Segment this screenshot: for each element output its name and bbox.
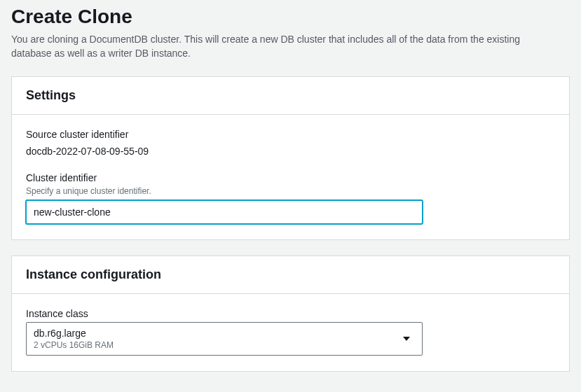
instance-config-panel-header: Instance configuration xyxy=(12,256,569,294)
svg-marker-0 xyxy=(403,337,410,341)
instance-class-field: Instance class db.r6g.large 2 vCPUs 16Gi… xyxy=(26,308,555,356)
page-description: You are cloning a DocumentDB cluster. Th… xyxy=(11,32,558,61)
source-cluster-value: docdb-2022-07-08-09-55-09 xyxy=(26,146,555,157)
instance-config-panel-body: Instance class db.r6g.large 2 vCPUs 16Gi… xyxy=(12,294,569,372)
instance-config-panel: Instance configuration Instance class db… xyxy=(11,255,570,372)
instance-class-value: db.r6g.large xyxy=(34,327,114,340)
instance-class-dropdown-text: db.r6g.large 2 vCPUs 16GiB RAM xyxy=(34,327,114,351)
cluster-identifier-field: Cluster identifier Specify a unique clus… xyxy=(26,172,555,224)
settings-panel-title: Settings xyxy=(26,88,555,103)
settings-panel-header: Settings xyxy=(12,77,569,115)
instance-config-panel-title: Instance configuration xyxy=(26,267,555,282)
settings-panel-body: Source cluster identifier docdb-2022-07-… xyxy=(12,115,569,239)
page-title: Create Clone xyxy=(11,6,570,28)
cluster-identifier-label: Cluster identifier xyxy=(26,172,555,183)
instance-class-sub: 2 vCPUs 16GiB RAM xyxy=(34,340,114,351)
caret-down-icon xyxy=(402,336,411,342)
cluster-identifier-input[interactable] xyxy=(26,200,423,224)
settings-panel: Settings Source cluster identifier docdb… xyxy=(11,76,570,240)
source-cluster-field: Source cluster identifier docdb-2022-07-… xyxy=(26,129,555,157)
instance-class-label: Instance class xyxy=(26,308,555,319)
cluster-identifier-hint: Specify a unique cluster identifier. xyxy=(26,186,555,196)
source-cluster-label: Source cluster identifier xyxy=(26,129,555,140)
instance-class-dropdown[interactable]: db.r6g.large 2 vCPUs 16GiB RAM xyxy=(26,322,423,356)
